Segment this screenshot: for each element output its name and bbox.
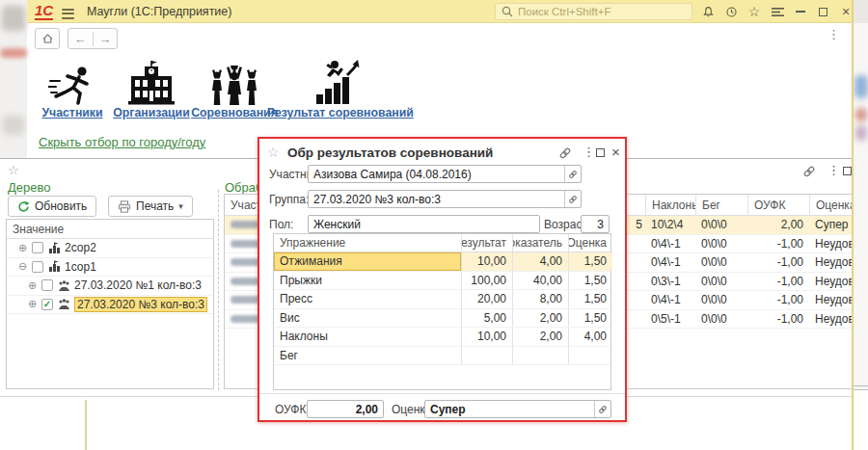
blurred-content bbox=[854, 75, 868, 98]
panel-splitter[interactable] bbox=[218, 190, 219, 390]
checkbox[interactable] bbox=[32, 261, 43, 273]
tree-row[interactable]: ⊖ 1сор1 bbox=[7, 258, 213, 278]
blurred-content bbox=[0, 48, 27, 58]
forward-button[interactable]: → bbox=[94, 32, 118, 46]
checkbox[interactable] bbox=[32, 242, 43, 253]
history-icon[interactable] bbox=[722, 0, 740, 23]
close-icon[interactable]: × bbox=[611, 144, 620, 160]
refresh-button[interactable]: Обновить bbox=[8, 196, 96, 217]
exercise-row[interactable]: Вис 5,00 2,00 1,50 bbox=[274, 309, 610, 329]
oufk-label: ОУФК: bbox=[275, 403, 310, 416]
column-header[interactable]: Значение bbox=[7, 220, 69, 238]
checkbox-checked[interactable]: ✓ bbox=[41, 299, 53, 310]
tree-row-label-highlighted: 27.03.2020 №3 кол-во:3 bbox=[74, 297, 207, 312]
results-link[interactable]: Результат соревнований bbox=[267, 106, 414, 119]
open-link-button[interactable] bbox=[564, 191, 581, 207]
divider bbox=[854, 385, 868, 386]
exercise-row[interactable]: Бег bbox=[274, 347, 610, 366]
participant-field[interactable]: Азизова Самира (04.08.2016) bbox=[308, 165, 582, 183]
column-header[interactable]: Оценка bbox=[568, 234, 612, 251]
link-item-organizations: Организации bbox=[108, 56, 195, 119]
exercise-row-selected[interactable]: Отжимания 10,00 4,00 1,50 bbox=[274, 252, 610, 272]
exercise-row[interactable]: Прыжки 100,00 40,00 1,50 bbox=[274, 272, 610, 291]
service-menu-icon[interactable] bbox=[769, 0, 786, 23]
exercises-table-header[interactable]: Упражнение Результат Показатель Оценка bbox=[274, 234, 610, 252]
age-field[interactable]: 3 bbox=[581, 215, 610, 233]
oufk-field[interactable]: 2,00 bbox=[307, 400, 384, 418]
results-chart-icon bbox=[309, 58, 361, 106]
competitions-link[interactable]: Соревнования bbox=[191, 106, 278, 119]
collapse-icon[interactable]: ⊖ bbox=[16, 260, 29, 273]
column-header[interactable]: Оценка bbox=[809, 195, 852, 215]
form-menu-icon[interactable]: ⋮ bbox=[827, 27, 840, 41]
check-icon: ✓ bbox=[43, 299, 51, 309]
dialog-menu-icon[interactable]: ⋮ bbox=[583, 145, 595, 159]
winners-icon bbox=[207, 58, 261, 106]
exercise-row[interactable]: Пресс 20,00 8,00 1,50 bbox=[274, 290, 610, 309]
tree-grid-empty-area[interactable] bbox=[7, 314, 213, 388]
tree-row-selected[interactable]: ⊕ ✓ 27.03.2020 №3 кол-во:3 bbox=[7, 296, 213, 315]
screen: 1С Маугли (1С:Предприятие) Поиск Ctrl+Sh… bbox=[0, 0, 868, 450]
column-header[interactable]: Показатель bbox=[512, 234, 568, 251]
tree-row-label: 2сор2 bbox=[65, 241, 96, 254]
group-icon bbox=[58, 298, 70, 310]
participants-link[interactable]: Участники bbox=[41, 106, 102, 119]
back-button[interactable]: ← bbox=[68, 32, 94, 46]
expand-icon[interactable]: ⊕ bbox=[26, 279, 39, 292]
exercises-table-empty-area[interactable] bbox=[274, 365, 610, 389]
score-field[interactable]: Супер bbox=[424, 400, 611, 418]
exercise-row[interactable]: Наклоны 10,00 2,00 4,00 bbox=[274, 328, 610, 347]
link-icon[interactable] bbox=[558, 146, 572, 160]
column-header[interactable] bbox=[626, 195, 645, 215]
hide-filter-link[interactable]: Скрыть отбор по городу/году bbox=[39, 135, 205, 149]
maximize-icon[interactable] bbox=[843, 167, 852, 175]
divider bbox=[259, 393, 625, 394]
search-placeholder: Поиск Ctrl+Shift+F bbox=[518, 6, 610, 17]
background-window-border bbox=[85, 400, 87, 450]
1c-logo: 1С bbox=[35, 3, 53, 20]
checkbox[interactable] bbox=[41, 279, 53, 291]
background-window-fragment-left bbox=[0, 0, 27, 158]
maximize-button[interactable] bbox=[814, 0, 831, 23]
expand-icon[interactable]: ⊕ bbox=[26, 298, 39, 310]
tree-row[interactable]: ⊕ 2сор2 bbox=[7, 239, 213, 258]
maximize-icon[interactable] bbox=[596, 148, 605, 157]
home-icon bbox=[41, 33, 54, 44]
organizations-link[interactable]: Организации bbox=[113, 106, 190, 119]
print-button[interactable]: Печать ▾ bbox=[108, 196, 193, 217]
gender-field[interactable]: Женский bbox=[308, 215, 540, 233]
column-header[interactable]: Результат bbox=[461, 234, 512, 251]
blurred-content bbox=[855, 125, 867, 141]
minimize-button[interactable] bbox=[792, 0, 809, 23]
group-field[interactable]: 27.03.2020 №3 кол-во:3 bbox=[308, 190, 582, 208]
competition-icon bbox=[48, 260, 61, 273]
link-icon bbox=[568, 195, 578, 204]
results-dialog: ☆ Обр результатов соревнований ⋮ × Участ… bbox=[258, 137, 627, 422]
notifications-bell-icon[interactable] bbox=[699, 0, 717, 23]
link-item-competitions: Соревнования bbox=[190, 56, 279, 119]
window-title: Маугли (1С:Предприятие) bbox=[87, 5, 231, 18]
blurred-content bbox=[854, 0, 868, 23]
main-menu-icon[interactable] bbox=[62, 6, 74, 21]
column-header[interactable]: Бег bbox=[695, 195, 747, 215]
form-menu-icon[interactable]: ⋮ bbox=[827, 163, 840, 177]
link-icon[interactable] bbox=[802, 165, 816, 178]
search-icon bbox=[502, 6, 513, 17]
home-button[interactable] bbox=[35, 28, 60, 49]
open-link-button[interactable] bbox=[564, 166, 581, 182]
favorite-star-icon[interactable]: ☆ bbox=[8, 163, 19, 177]
favorites-star-icon[interactable]: ☆ bbox=[746, 0, 763, 23]
open-link-button[interactable] bbox=[594, 401, 610, 417]
background-fill bbox=[854, 390, 868, 450]
link-item-results: Результат соревнований bbox=[267, 56, 402, 119]
column-header[interactable]: Упражнение bbox=[274, 234, 461, 251]
expand-icon[interactable]: ⊕ bbox=[16, 242, 29, 254]
tree-row[interactable]: ⊕ 27.03.2020 №1 кол-во:3 bbox=[7, 277, 213, 296]
search-input[interactable]: Поиск Ctrl+Shift+F bbox=[495, 3, 692, 20]
favorite-star-icon[interactable]: ☆ bbox=[267, 145, 280, 160]
column-header[interactable]: ОУФК bbox=[747, 195, 809, 215]
competition-icon bbox=[48, 242, 61, 254]
tree-grid-header[interactable]: Значение bbox=[7, 220, 213, 239]
building-icon bbox=[125, 60, 177, 106]
column-header[interactable]: Наклоны bbox=[645, 195, 695, 215]
